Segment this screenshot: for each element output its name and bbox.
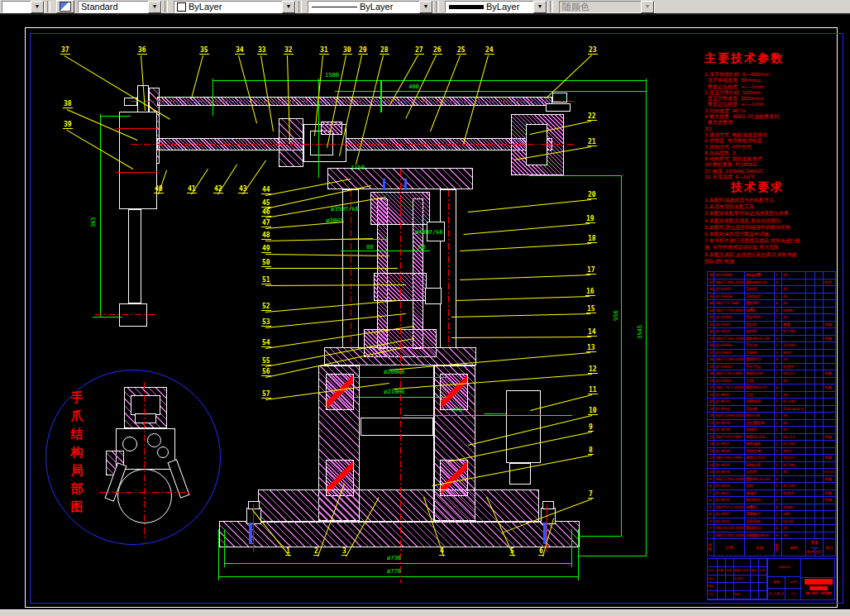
table-row: 25JD-05F02手爪气缸1组合件: [708, 364, 836, 371]
table-row: 36JD-05F07导向杆245: [708, 286, 836, 294]
unit-label: 单件: [807, 548, 815, 556]
balloon-11: 11: [588, 387, 598, 394]
table-cell: 28: [708, 342, 714, 350]
table-cell: 45: [782, 420, 806, 427]
table-cell: GB/T5783-2000: [714, 476, 745, 484]
table-cell: 6: [775, 384, 782, 392]
table-cell: 1: [775, 518, 782, 526]
table-cell: HT200: [782, 399, 806, 406]
balloon-43: 43: [238, 186, 248, 193]
table-row: 22GB/T70.1-2000螺钉M6×206外购: [708, 384, 836, 392]
table-cell: [815, 420, 824, 427]
table-cell: 2: [775, 370, 782, 378]
table-row: 9GB/T5783-2000螺栓M12×358外购: [708, 476, 836, 484]
table-cell: 27: [708, 350, 714, 357]
tech-params-title: 主要技术参数: [704, 51, 784, 66]
table-cell: [806, 300, 815, 308]
dimension-line: [579, 536, 622, 537]
table-cell: 键8×36: [745, 413, 775, 420]
table-cell: 2: [708, 525, 714, 532]
table-cell: [824, 483, 836, 490]
table-cell: [824, 441, 836, 448]
part-hatch: [219, 521, 580, 547]
dimension-line: [218, 529, 219, 580]
table-row: 37GB/T5780-2000螺栓M8×304组件: [708, 279, 836, 287]
table-cell: 1: [775, 399, 782, 406]
text-line: 5.装配时,防止损伤和碰撞中的附加变形.: [704, 224, 838, 231]
balloon-7: 7: [588, 491, 594, 499]
table-cell: 外购: [824, 434, 836, 442]
table-cell: [824, 392, 836, 399]
balloon-32: 32: [284, 47, 294, 55]
balloon-30: 30: [342, 47, 352, 55]
table-row: 5GB/T97.1-2002垫圈12865Mn: [708, 504, 836, 512]
table-cell: 45: [782, 392, 806, 399]
table-cell: [824, 518, 836, 526]
aux-line: [249, 523, 252, 544]
table-cell: 导向杆: [745, 286, 775, 294]
table-cell: 22: [708, 384, 714, 392]
dimension-line: [646, 79, 647, 556]
table-cell: 联轴器: [745, 427, 775, 434]
table-cell: 1: [775, 483, 782, 490]
aux-line: [116, 128, 157, 129]
table-cell: GB/T97.1-2002: [714, 504, 745, 512]
balloon-3: 3: [341, 548, 347, 556]
table-row: 34GB/T71-1985螺钉M5635: [708, 300, 836, 308]
table-cell: 外购: [824, 455, 836, 462]
table-cell: GB/T6170-2000: [714, 525, 745, 532]
table-cell: 2: [775, 286, 782, 294]
table-cell: [806, 286, 815, 294]
titleblock-cell: 设计: [708, 575, 718, 584]
table-cell: ZQSn6-6-3: [782, 406, 806, 413]
table-cell: [815, 384, 824, 392]
table-cell: [806, 314, 815, 322]
balloon-45: 45: [261, 200, 271, 208]
table-cell: [806, 413, 815, 420]
table-cell: [806, 525, 815, 532]
balloon-51: 51: [261, 277, 271, 284]
table-cell: 8: [775, 504, 782, 512]
drawing-canvas[interactable]: 1234567891011121314151617181920212223242…: [0, 15, 850, 609]
table-cell: 45: [782, 413, 806, 420]
table-cell: 2: [775, 455, 782, 462]
balloon-44: 44: [261, 187, 271, 194]
column-header-code: 代号: [714, 539, 745, 556]
table-cell: [824, 364, 836, 371]
column-header-rem: 备注: [824, 539, 836, 556]
table-row: 26GB/T5780-2000螺母M12435: [708, 356, 836, 364]
table-cell: [806, 308, 815, 315]
tech-params-text: 1.水平伸缩行程 0—400mm 水平伸缩速度 50mm/s 重复定位精度 +/…: [704, 71, 838, 179]
table-cell: 丝杠螺母座: [745, 420, 775, 427]
table-cell: [815, 455, 824, 462]
table-cell: 26: [708, 356, 714, 364]
dimension-line: [225, 563, 572, 564]
table-cell: 4: [775, 279, 782, 287]
table-cell: [824, 525, 836, 532]
balloon-57: 57: [261, 391, 271, 399]
table-cell: [815, 511, 824, 518]
text-line: 9.结构形式 圆柱坐标形式: [704, 155, 838, 161]
table-cell: JD-3F01: [714, 518, 745, 526]
table-cell: JD-05F05: [714, 314, 745, 322]
text-line: 6.控制器 专用单板控制器: [704, 137, 838, 143]
weight-label: 重量: [768, 577, 786, 588]
drawing-title-bar: [805, 579, 833, 585]
table-cell: [815, 427, 824, 434]
part-box: [506, 390, 541, 463]
titleblock-cell: [726, 591, 734, 599]
cad-application-window: ▼ Standard ▼ ByLayer ▼ ByLayer ▼ ByLayer…: [0, 0, 850, 616]
balloon-36: 36: [137, 47, 147, 55]
table-cell: 1: [775, 350, 782, 357]
parts-list-header: 序号代号名称数量材料重量单件总计备注: [707, 538, 836, 556]
table-cell: Q235: [782, 518, 806, 526]
balloon-33: 33: [257, 47, 267, 55]
text-line: 大): [704, 126, 838, 131]
table-cell: 立柱: [745, 392, 775, 399]
table-cell: 4: [775, 356, 782, 364]
table-cell: HT200: [782, 328, 806, 336]
part-box: [361, 418, 433, 436]
table-cell: 23: [708, 378, 714, 385]
table-cell: [824, 328, 836, 336]
table-cell: 65Mn: [782, 308, 806, 315]
